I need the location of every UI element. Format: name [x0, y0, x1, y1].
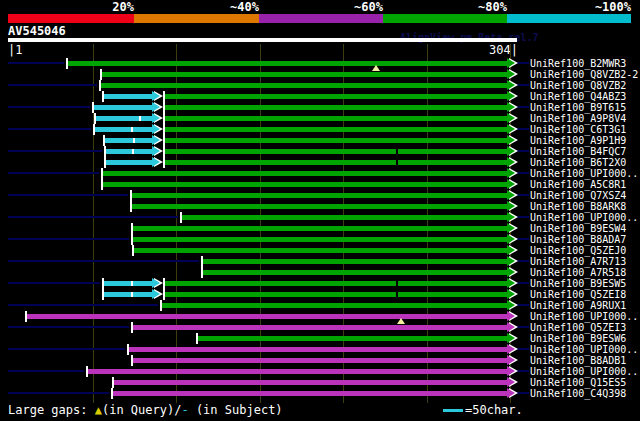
row-start-tick	[112, 377, 114, 388]
row-bar-segment[interactable]	[132, 193, 508, 198]
row-bar-segment[interactable]	[162, 303, 508, 308]
row-label[interactable]: UniRef100_Q5ZEJ0	[530, 245, 626, 256]
row-label[interactable]: UniRef100_B9ESW6	[530, 333, 626, 344]
row-label[interactable]: UniRef100_UPI000..	[530, 366, 638, 377]
row-bar-segment[interactable]	[105, 149, 152, 154]
row-start-tick	[132, 245, 134, 256]
row-bar-segment[interactable]	[103, 94, 152, 99]
row-arrow-icon	[507, 245, 515, 255]
ruler-end-label: 304|	[489, 44, 518, 56]
row-bar-segment[interactable]	[113, 380, 508, 385]
row-start-tick	[66, 58, 68, 69]
row-bar-segment[interactable]	[95, 116, 152, 121]
subject-gap-dash-icon: -	[181, 403, 188, 417]
row-bar-segment[interactable]	[104, 138, 152, 143]
footer-prefix: Large gaps:	[8, 403, 95, 417]
row-bar-segment[interactable]	[165, 281, 508, 286]
row-arrow-icon	[152, 91, 160, 101]
row-label[interactable]: UniRef100_B9ESW4	[530, 223, 626, 234]
row-bar-segment[interactable]	[133, 226, 508, 231]
footer-mid: (in Query)/	[102, 403, 181, 417]
row-label[interactable]: UniRef100_A7R713	[530, 256, 626, 267]
row-bar-segment[interactable]	[93, 105, 152, 110]
row-arrow-icon	[507, 190, 515, 200]
row-bar-segment[interactable]	[203, 270, 508, 275]
row-bar-segment[interactable]	[182, 215, 508, 220]
row-label[interactable]: UniRef100_C4Q398	[530, 388, 626, 399]
row-bar-segment[interactable]	[88, 369, 508, 374]
row-start-tick	[102, 91, 104, 102]
row-bar-segment[interactable]	[103, 281, 152, 286]
row-label[interactable]: UniRef100_B4FQC7	[530, 146, 626, 157]
row-label[interactable]: UniRef100_B6T2X0	[530, 157, 626, 168]
row-label[interactable]: UniRef100_B2MWR3	[530, 58, 626, 69]
row-label[interactable]: UniRef100_A7R518	[530, 267, 626, 278]
row-bar-segment[interactable]	[165, 127, 508, 132]
row-label[interactable]: UniRef100_B8ARK8	[530, 201, 626, 212]
row-bar-segment[interactable]	[165, 105, 508, 110]
row-bar-segment[interactable]	[198, 336, 508, 341]
row-label[interactable]: UniRef100_UPI000..	[530, 344, 638, 355]
row-bar-segment[interactable]	[103, 292, 152, 297]
row-bar-segment[interactable]	[133, 248, 508, 253]
row-label[interactable]: UniRef100_Q5ZEI8	[530, 289, 626, 300]
row-leader-line	[8, 84, 97, 86]
row-leader-line	[8, 106, 90, 108]
row-label[interactable]: UniRef100_Q5ZEI3	[530, 322, 626, 333]
row-bar-segment[interactable]	[133, 237, 508, 242]
row-bar-segment[interactable]	[165, 94, 508, 99]
row-label[interactable]: UniRef100_A9P1H9	[530, 135, 626, 146]
row-label-leader-line	[517, 392, 529, 394]
row-bar-segment[interactable]	[100, 83, 508, 88]
row-bar-segment[interactable]	[102, 182, 508, 187]
row-label[interactable]: UniRef100_UPI000..	[530, 212, 638, 223]
row-bar-segment[interactable]	[165, 292, 508, 297]
row-start-tick	[104, 157, 106, 168]
row-label[interactable]: UniRef100_UPI000..	[530, 168, 638, 179]
row-label[interactable]: UniRef100_B8ADA7	[530, 234, 626, 245]
row-label[interactable]: UniRef100_C6T3G1	[530, 124, 626, 135]
row-arrow-icon	[507, 168, 515, 178]
row-bar-segment[interactable]	[27, 314, 508, 319]
row-bar-segment[interactable]	[67, 61, 508, 66]
row-bar-segment[interactable]	[203, 259, 508, 264]
row-arrow-icon	[507, 300, 515, 310]
row-start-tick	[131, 223, 133, 234]
row-arrow-icon	[507, 113, 515, 123]
row-bar-segment[interactable]	[165, 160, 508, 165]
row-label[interactable]: UniRef100_A9RUX1	[530, 300, 626, 311]
row-bar-segment[interactable]	[128, 347, 508, 352]
row-bar-segment[interactable]	[113, 391, 508, 396]
row-label[interactable]: UniRef100_Q8VZB2	[530, 80, 626, 91]
footer-note: Large gaps: ▲(in Query)/- (in Subject)	[8, 403, 283, 417]
row-label[interactable]: UniRef100_Q8VZB2-2	[530, 69, 638, 80]
row-label[interactable]: UniRef100_B8ADB1	[530, 355, 626, 366]
row-bar-segment[interactable]	[133, 325, 508, 330]
row-arrow-icon	[152, 146, 160, 156]
row-bar-segment[interactable]	[105, 160, 152, 165]
row-label[interactable]: UniRef100_Q7XSZ4	[530, 190, 626, 201]
row-bar-segment[interactable]	[165, 149, 508, 154]
row-label[interactable]: UniRef100_Q15ES5	[530, 377, 626, 388]
row-bar-segment[interactable]	[101, 72, 508, 77]
row-label[interactable]: UniRef100_UPI000..	[530, 311, 638, 322]
row-arrow-icon	[507, 388, 515, 398]
row-bar-segment[interactable]	[165, 116, 508, 121]
row-label[interactable]: UniRef100_A9P8V4	[530, 113, 626, 124]
row-bar-segment[interactable]	[102, 171, 508, 176]
row-bar-segment[interactable]	[94, 127, 152, 132]
subject-gap-marker	[131, 127, 133, 132]
row-bar-segment[interactable]	[132, 204, 508, 209]
row-label[interactable]: UniRef100_Q4ABZ3	[530, 91, 626, 102]
gap-marker	[396, 281, 398, 286]
row-start-tick	[131, 322, 133, 333]
subject-gap-marker	[139, 116, 141, 121]
row-label[interactable]: UniRef100_A5C8R1	[530, 179, 626, 190]
row-label[interactable]: UniRef100_B9ESW5	[530, 278, 626, 289]
row-label[interactable]: UniRef100_B9T615	[530, 102, 626, 113]
row-bar-segment[interactable]	[165, 138, 508, 143]
row-start-tick	[196, 333, 198, 344]
row-bar-segment[interactable]	[133, 358, 508, 363]
subject-gap-marker	[131, 281, 133, 286]
row-arrow-icon	[507, 157, 515, 167]
